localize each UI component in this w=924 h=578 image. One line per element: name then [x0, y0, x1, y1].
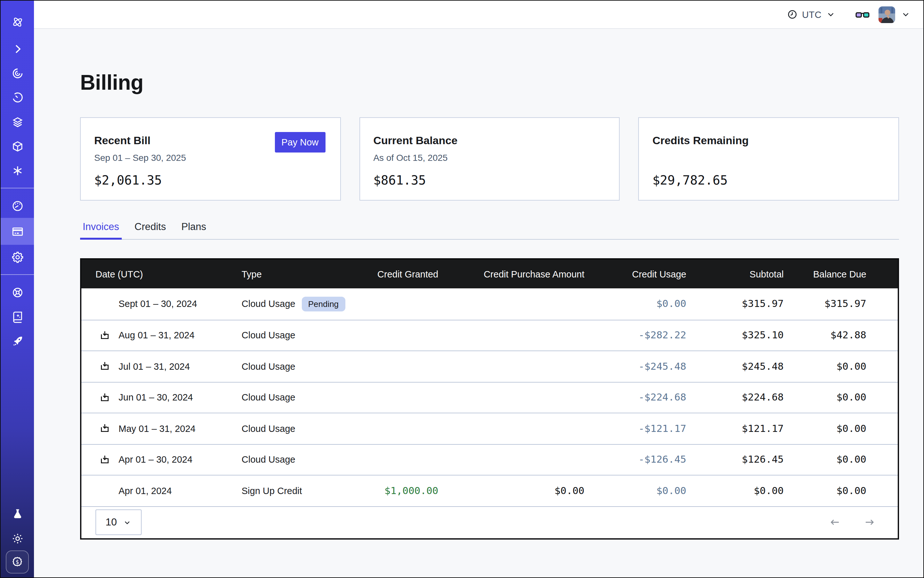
download-invoice-icon[interactable]: [99, 423, 110, 434]
collapse-sidebar-chevron-right-icon[interactable]: [1, 37, 34, 61]
download-invoice-icon[interactable]: [99, 330, 110, 341]
clock-icon: [786, 9, 797, 20]
layers-icon[interactable]: [1, 110, 34, 134]
invoice-period: Aug 01 – 31, 2024: [119, 330, 195, 341]
pagination-arrows: [829, 516, 875, 528]
tab-credits[interactable]: Credits: [132, 221, 169, 239]
billing-tabs: Invoices Credits Plans: [80, 221, 899, 240]
col-credit-granted: Credit Granted: [356, 269, 438, 279]
support-helm-icon[interactable]: [1, 280, 34, 304]
credit-usage-value: -$126.45: [585, 454, 686, 466]
topbar: UTC: [34, 1, 923, 29]
theme-sun-icon[interactable]: [1, 526, 34, 550]
status-badge: Pending: [302, 297, 345, 312]
invoice-type: Cloud Usage: [242, 330, 296, 341]
invoice-period: May 01 – 31, 2024: [119, 424, 195, 434]
card-title: Current Balance: [373, 135, 458, 148]
history-clock-icon[interactable]: [1, 85, 34, 110]
billing-card-icon: [11, 225, 24, 238]
card-subtitle: As of Oct 15, 2025: [373, 153, 448, 163]
col-date: Date (UTC): [81, 269, 242, 279]
rocket-icon[interactable]: [1, 329, 34, 353]
sidebar: $: [1, 1, 34, 577]
balance-due-value: $0.00: [784, 361, 898, 372]
sidebar-divider: [1, 188, 34, 188]
col-type: Type: [242, 269, 356, 279]
credits-dollar-badge-button[interactable]: $: [6, 550, 29, 573]
avatar[interactable]: [879, 6, 895, 23]
page-title: Billing: [80, 70, 923, 96]
card-title: Credits Remaining: [652, 135, 749, 148]
cube-icon[interactable]: [1, 134, 34, 158]
invoices-table: Date (UTC) Type Credit Granted Credit Pu…: [80, 258, 899, 539]
recent-bill-amount: $2,061.35: [94, 173, 162, 188]
logo-orbit-icon[interactable]: [1, 10, 34, 34]
balance-due-value: $0.00: [784, 423, 898, 435]
chevron-down-icon: [826, 10, 836, 19]
credit-usage-value: $0.00: [585, 298, 686, 310]
table-footer: 10: [81, 506, 898, 538]
invoice-period: Jun 01 – 30, 2024: [119, 393, 193, 403]
reader-glasses-icon[interactable]: [855, 7, 870, 22]
tab-invoices[interactable]: Invoices: [80, 221, 122, 239]
docs-book-icon[interactable]: [1, 304, 34, 329]
balance-due-value: $0.00: [784, 392, 898, 403]
pay-now-button[interactable]: Pay Now: [274, 132, 325, 153]
card-title: Recent Bill: [94, 135, 151, 148]
download-invoice-icon[interactable]: [99, 392, 110, 403]
invoice-row: Apr 01 – 30, 2024 Cloud Usage -$126.45 $…: [81, 444, 898, 475]
observe-iris-icon[interactable]: [1, 61, 34, 85]
sidebar-item-billing[interactable]: [1, 218, 34, 245]
credit-purchase-value: $0.00: [438, 485, 585, 497]
timezone-label: UTC: [802, 9, 822, 19]
card-subtitle: Sep 01 – Sep 30, 2025: [94, 153, 186, 163]
subtotal-value: $121.17: [686, 423, 784, 435]
balance-due-value: $42.88: [784, 330, 898, 341]
credit-usage-value: -$282.22: [585, 330, 686, 341]
col-credit-usage: Credit Usage: [585, 269, 686, 279]
invoice-row: Aug 01 – 31, 2024 Cloud Usage -$282.22 $…: [81, 320, 898, 351]
current-balance-amount: $861.35: [373, 173, 426, 188]
col-credit-purchase-amount: Credit Purchase Amount: [438, 269, 585, 279]
svg-text:$: $: [16, 559, 19, 565]
table-header: Date (UTC) Type Credit Granted Credit Pu…: [81, 260, 898, 288]
credits-remaining-card: Credits Remaining $29,782.65: [638, 117, 899, 201]
invoice-row: Jun 01 – 30, 2024 Cloud Usage -$224.68 $…: [81, 382, 898, 413]
balance-due-value: $0.00: [784, 454, 898, 466]
download-invoice-icon[interactable]: [99, 361, 110, 372]
download-invoice-icon[interactable]: [99, 454, 110, 465]
invoice-period: Jul 01 – 31, 2024: [119, 361, 190, 372]
invoice-row: Jul 01 – 31, 2024 Cloud Usage -$245.48 $…: [81, 351, 898, 382]
labs-flask-icon[interactable]: [1, 502, 34, 526]
invoice-type: Cloud Usage: [242, 393, 296, 403]
subtotal-value: $126.45: [686, 454, 784, 466]
billing-page: $ UTC: [0, 0, 924, 578]
subtotal-value: $0.00: [686, 485, 784, 497]
chevron-down-icon: [123, 518, 132, 526]
dollar-badge-icon: $: [10, 555, 24, 569]
balance-due-value: $0.00: [784, 485, 898, 497]
previous-page-arrow-icon[interactable]: [829, 516, 841, 528]
invoice-period: Sept 01 – 30, 2024: [119, 299, 197, 309]
account-menu-chevron[interactable]: [901, 10, 911, 19]
invoice-period: Apr 01 – 30, 2024: [119, 455, 193, 465]
invoice-row: Sept 01 – 30, 2024 Cloud Usage Pending $…: [81, 288, 898, 320]
usage-gauge-icon[interactable]: [1, 193, 34, 218]
next-page-arrow-icon[interactable]: [864, 516, 875, 528]
tab-plans[interactable]: Plans: [179, 221, 209, 239]
timezone-selector[interactable]: UTC: [786, 9, 836, 20]
chevron-down-icon: [901, 10, 911, 19]
settings-gear-icon[interactable]: [1, 245, 34, 269]
credit-usage-value: -$121.17: [585, 423, 686, 435]
main-content: Billing Recent Bill Sep 01 – Sep 30, 202…: [34, 29, 923, 577]
subtotal-value: $325.10: [686, 330, 784, 341]
col-balance-due: Balance Due: [784, 269, 898, 279]
invoice-period: Apr 01, 2024: [119, 486, 172, 496]
page-size-select[interactable]: 10: [96, 510, 141, 535]
invoice-type: Cloud Usage: [242, 299, 296, 309]
current-balance-card: Current Balance As of Oct 15, 2025 $861.…: [359, 117, 620, 201]
subtotal-value: $245.48: [686, 361, 784, 372]
asterisk-icon[interactable]: [1, 158, 34, 183]
credit-usage-value: $0.00: [585, 485, 686, 497]
invoice-row: May 01 – 31, 2024 Cloud Usage -$121.17 $…: [81, 413, 898, 444]
